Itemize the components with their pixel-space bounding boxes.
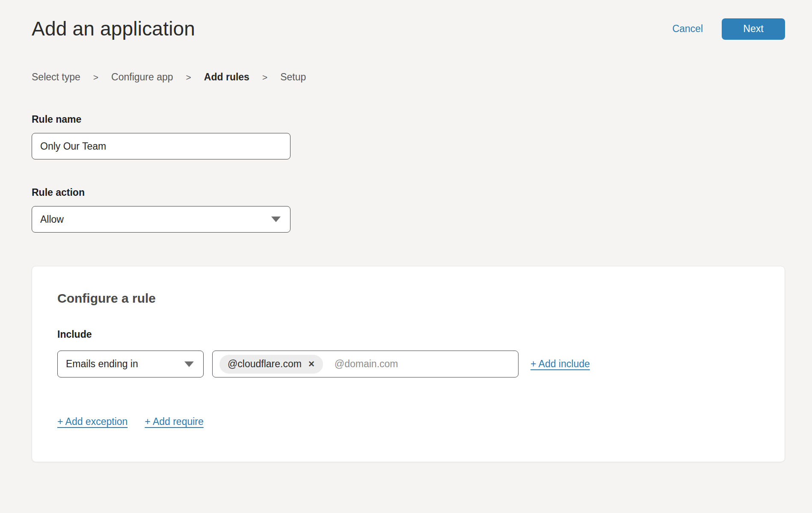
page-header: Add an application Cancel Next xyxy=(32,17,785,41)
breadcrumb: Select type > Configure app > Add rules … xyxy=(32,71,785,83)
breadcrumb-step-setup[interactable]: Setup xyxy=(280,71,306,83)
rule-action-section: Rule action Allow xyxy=(32,187,785,233)
page-title: Add an application xyxy=(32,17,195,41)
rule-action-label: Rule action xyxy=(32,187,785,198)
rule-action-select[interactable]: Allow xyxy=(32,206,290,233)
chevron-down-icon xyxy=(184,361,194,367)
add-include-link[interactable]: + Add include xyxy=(530,358,590,370)
include-rule-row: Emails ending in @cloudflare.com ✕ + Add… xyxy=(57,351,759,377)
add-exception-link[interactable]: + Add exception xyxy=(57,416,127,428)
rule-action-selected-value: Allow xyxy=(40,214,64,225)
email-domain-chip: @cloudflare.com ✕ xyxy=(219,355,323,374)
chevron-down-icon xyxy=(271,217,281,222)
configure-rule-card: Configure a rule Include Emails ending i… xyxy=(32,266,785,462)
header-actions: Cancel Next xyxy=(672,18,785,40)
remove-chip-icon[interactable]: ✕ xyxy=(308,360,315,368)
rule-links-row: + Add exception + Add require xyxy=(57,416,759,428)
breadcrumb-step-add-rules[interactable]: Add rules xyxy=(204,71,249,83)
breadcrumb-separator: > xyxy=(262,72,267,83)
breadcrumb-step-configure-app[interactable]: Configure app xyxy=(111,71,173,83)
rule-name-input[interactable] xyxy=(32,133,290,159)
include-selector-select[interactable]: Emails ending in xyxy=(57,351,204,377)
breadcrumb-step-select-type[interactable]: Select type xyxy=(32,71,80,83)
rule-name-section: Rule name xyxy=(32,114,785,159)
include-selector-selected-value: Emails ending in xyxy=(66,358,138,370)
include-label: Include xyxy=(57,329,759,340)
email-domain-text-input[interactable] xyxy=(334,358,511,370)
breadcrumb-separator: > xyxy=(93,72,98,83)
add-require-link[interactable]: + Add require xyxy=(145,416,203,428)
add-application-page: Add an application Cancel Next Select ty… xyxy=(0,0,812,462)
configure-rule-title: Configure a rule xyxy=(57,291,759,306)
rule-name-label: Rule name xyxy=(32,114,785,125)
breadcrumb-separator: > xyxy=(186,72,191,83)
email-domain-tag-input[interactable]: @cloudflare.com ✕ xyxy=(212,351,519,377)
next-button[interactable]: Next xyxy=(722,18,785,40)
email-domain-chip-label: @cloudflare.com xyxy=(228,358,302,370)
cancel-button[interactable]: Cancel xyxy=(672,23,703,35)
